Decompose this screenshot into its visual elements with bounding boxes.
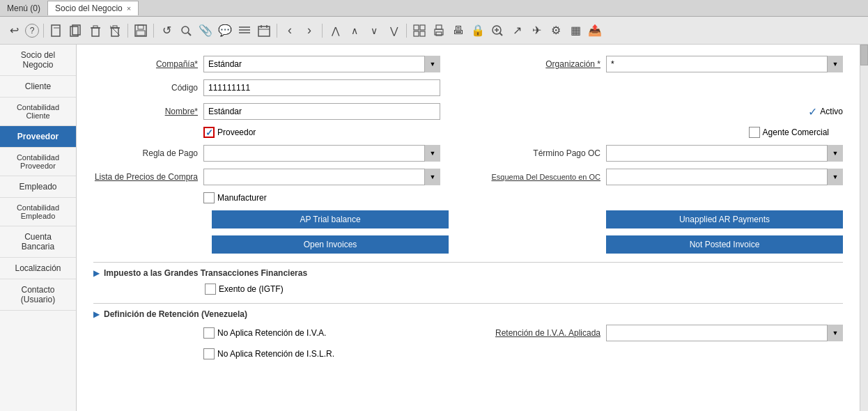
exento-igtf-checkbox[interactable]: [205, 284, 216, 295]
sidebar-item-contacto[interactable]: Contacto(Usuario): [0, 279, 76, 311]
down-nav-icon[interactable]: ∨: [366, 22, 382, 39]
activo-label: Activo: [820, 107, 843, 116]
buttons-row-2: Open Invoices Not Posted Invoice: [93, 235, 843, 254]
agente-comercial-wrap: Agente Comercial: [749, 127, 829, 138]
nombre-input[interactable]: [203, 103, 440, 120]
proveedor-checkbox[interactable]: [203, 127, 215, 138]
lista-precios-select[interactable]: [203, 169, 440, 185]
refresh-icon[interactable]: ↺: [158, 22, 175, 39]
no-aplica-islr-wrap: No Aplica Retención de I.S.L.R.: [203, 348, 334, 359]
codigo-row: Código: [93, 79, 843, 96]
find-icon[interactable]: [178, 22, 194, 39]
right-scrollbar[interactable]: [860, 45, 868, 411]
menu-tab[interactable]: Menú (0): [0, 1, 47, 15]
toolbar-sep-2: [127, 24, 128, 38]
back-icon[interactable]: ↩: [6, 22, 22, 39]
svg-line-15: [188, 33, 191, 36]
attach-icon[interactable]: 📎: [197, 22, 214, 39]
regla-pago-dropdown[interactable]: [203, 145, 440, 162]
print-icon[interactable]: [431, 22, 447, 39]
agente-comercial-checkbox[interactable]: [749, 127, 760, 138]
sidebar-item-cliente[interactable]: Cliente: [0, 76, 76, 98]
report-icon[interactable]: [236, 22, 253, 39]
organizacion-dropdown[interactable]: *: [606, 56, 843, 72]
tab-bar: Menú (0) Socio del Negocio ×: [0, 0, 868, 17]
close-tab-icon[interactable]: ×: [127, 4, 131, 13]
svg-rect-26: [420, 31, 425, 36]
sidebar-item-proveedor[interactable]: Proveedor: [0, 126, 76, 148]
nombre-row: Nombre* ✓ Activo: [93, 103, 843, 120]
retencion-section-header: ▶ Definición de Retención (Venezuela): [93, 303, 843, 319]
last-icon[interactable]: ⋁: [385, 22, 402, 39]
up-nav-icon[interactable]: ∧: [346, 22, 363, 39]
retencion-iva-select[interactable]: [606, 325, 843, 341]
not-posted-invoice-button[interactable]: Not Posted Invoice: [606, 235, 843, 254]
svg-rect-23: [414, 25, 419, 30]
compania-label: Compañía*: [93, 59, 198, 69]
print2-icon[interactable]: 🖶: [450, 22, 467, 39]
sidebar-item-contabilidad-cliente[interactable]: ContabilidadCliente: [0, 98, 76, 126]
sidebar-item-cuenta-bancaria[interactable]: CuentaBancaria: [0, 226, 76, 258]
settings-icon[interactable]: ⚙: [548, 22, 564, 39]
sidebar-item-contabilidad-proveedor[interactable]: ContabilidadProveedor: [0, 148, 76, 176]
barcode-icon[interactable]: ▦: [567, 22, 584, 39]
manufacturer-label: Manufacturer: [217, 193, 267, 203]
save-icon[interactable]: [132, 22, 149, 39]
unapplied-ar-button[interactable]: Unapplied AR Payments: [606, 210, 843, 228]
no-aplica-iva-checkbox[interactable]: [203, 327, 215, 339]
termino-pago-select[interactable]: [606, 145, 843, 162]
open-invoices-button[interactable]: Open Invoices: [212, 235, 449, 254]
no-aplica-islr-checkbox[interactable]: [203, 348, 215, 359]
toolbar: ↩ ? ↺ 📎 💬 ‹ › ⋀ ∧ ∨ ⋁ 🖶 🔒 ↗ ✈: [0, 17, 868, 45]
activo-checkmark: ✓: [808, 105, 817, 118]
calendar-icon[interactable]: [256, 22, 272, 39]
lock-icon[interactable]: 🔒: [470, 22, 486, 39]
organizacion-select[interactable]: *: [606, 56, 843, 72]
export-icon[interactable]: 📤: [587, 22, 603, 39]
new-doc-icon[interactable]: [48, 22, 65, 39]
help-icon[interactable]: ?: [25, 24, 39, 38]
esquema-select[interactable]: [606, 169, 843, 185]
manufacturer-checkbox-wrap: Manufacturer: [203, 192, 267, 203]
sidebar-item-empleado[interactable]: Empleado: [0, 176, 76, 198]
ap-trial-balance-button[interactable]: AP Trial balance: [212, 210, 449, 228]
regla-pago-select[interactable]: [203, 145, 440, 162]
zoom-in-icon[interactable]: [489, 22, 506, 39]
codigo-input[interactable]: [203, 79, 440, 96]
proveedor-row: Proveedor Agente Comercial: [93, 127, 843, 138]
compania-row: Compañía* Estándar Organización * *: [93, 56, 843, 72]
lista-precios-label: Lista de Precios de Compra: [93, 172, 198, 182]
delete2-icon[interactable]: [107, 22, 123, 39]
svg-line-31: [499, 33, 502, 36]
send-icon[interactable]: ✈: [528, 22, 545, 39]
lista-precios-row: Lista de Precios de Compra Esquema Del D…: [93, 169, 843, 185]
link-icon[interactable]: ↗: [509, 22, 525, 39]
copy-doc-icon[interactable]: [68, 22, 84, 39]
content-area: Compañía* Estándar Organización * * Códi…: [77, 45, 860, 411]
esquema-dropdown[interactable]: [606, 169, 843, 185]
compania-select[interactable]: Estándar: [203, 56, 440, 72]
sidebar-item-socio[interactable]: Socio delNegocio: [0, 45, 76, 76]
no-aplica-iva-wrap: No Aplica Retención de I.V.A.: [203, 327, 326, 339]
sidebar-item-localizacion[interactable]: Localización: [0, 258, 76, 279]
igtf-section-arrow[interactable]: ▶: [93, 268, 100, 278]
chat-icon[interactable]: 💬: [217, 22, 233, 39]
termino-pago-dropdown[interactable]: [606, 145, 843, 162]
lista-precios-dropdown[interactable]: [203, 169, 440, 185]
retencion-section-arrow[interactable]: ▶: [93, 309, 100, 319]
delete-icon[interactable]: [87, 22, 104, 39]
svg-rect-9: [113, 26, 117, 28]
no-aplica-iva-label: No Aplica Retención de I.V.A.: [217, 328, 326, 338]
manufacturer-checkbox[interactable]: [203, 192, 215, 203]
svg-rect-7: [111, 28, 118, 36]
svg-rect-19: [258, 26, 270, 36]
compania-dropdown[interactable]: Estándar: [203, 56, 440, 72]
active-tab[interactable]: Socio del Negocio ×: [47, 1, 139, 15]
prev-nav-icon[interactable]: ‹: [281, 22, 298, 39]
sidebar-item-contabilidad-empleado[interactable]: ContabilidadEmpleado: [0, 198, 76, 226]
buttons-row-1: AP Trial balance Unapplied AR Payments: [93, 210, 843, 228]
first-icon[interactable]: ⋀: [327, 22, 343, 39]
retencion-iva-dropdown[interactable]: [606, 325, 843, 341]
grid-icon[interactable]: [411, 22, 428, 39]
next-nav-icon[interactable]: ›: [301, 22, 318, 39]
